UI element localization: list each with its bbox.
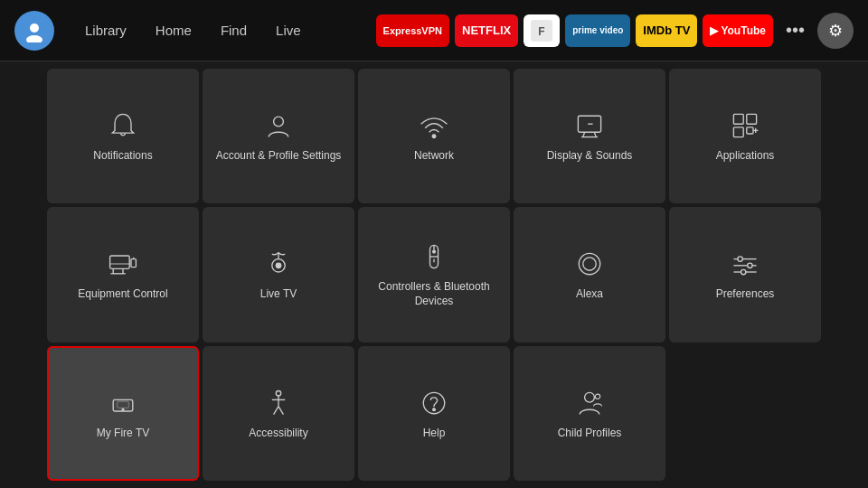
grid-item-live-tv[interactable]: Live TV: [203, 207, 354, 342]
network-label: Network: [414, 149, 454, 164]
app-youtube[interactable]: ▶ YouTube: [703, 14, 773, 47]
app-imdb[interactable]: IMDb TV: [636, 14, 697, 47]
svg-rect-10: [733, 114, 743, 124]
grid-item-my-fire-tv[interactable]: My Fire TV: [47, 346, 199, 481]
svg-line-46: [278, 406, 283, 414]
svg-rect-11: [747, 114, 757, 124]
grid-item-alexa[interactable]: Alexa: [514, 207, 665, 342]
app-expressvpn[interactable]: ExpressVPN: [376, 14, 449, 47]
live-tv-label: Live TV: [260, 287, 297, 302]
svg-point-4: [274, 117, 284, 127]
svg-line-8: [594, 132, 596, 136]
svg-text:F: F: [539, 25, 545, 38]
svg-line-7: [583, 132, 585, 136]
svg-point-31: [579, 253, 599, 274]
svg-point-49: [585, 392, 595, 402]
grid-item-notifications[interactable]: Notifications: [47, 69, 199, 203]
settings-grid: Notifications Account & Profile Settings…: [0, 61, 868, 488]
applications-label: Applications: [716, 149, 775, 164]
child-profiles-label: Child Profiles: [558, 427, 622, 441]
grid-item-preferences[interactable]: Preferences: [669, 207, 821, 342]
grid-item-applications[interactable]: Applications: [669, 69, 821, 203]
avatar[interactable]: [14, 11, 54, 51]
nav-library[interactable]: Library: [72, 17, 139, 43]
svg-rect-12: [733, 127, 743, 137]
svg-point-38: [741, 269, 746, 274]
svg-point-50: [595, 394, 599, 399]
app-icons: ExpressVPN NETFLIX F prime video IMDb TV…: [376, 13, 854, 49]
grid-item-account-profile[interactable]: Account & Profile Settings: [203, 69, 354, 203]
app-netflix[interactable]: NETFLIX: [455, 14, 518, 47]
nav-live[interactable]: Live: [263, 17, 314, 43]
svg-point-1: [26, 35, 42, 42]
notifications-label: Notifications: [93, 149, 152, 164]
svg-line-45: [274, 406, 278, 414]
svg-rect-16: [110, 256, 130, 268]
grid-item-accessibility[interactable]: Accessibility: [203, 346, 354, 481]
top-nav: Library Home Find Live ExpressVPN NETFLI…: [0, 0, 868, 61]
grid-item-network[interactable]: Network: [358, 69, 510, 203]
grid-item-equipment-control[interactable]: Equipment Control: [47, 207, 199, 342]
svg-point-28: [433, 251, 436, 254]
svg-point-41: [122, 408, 124, 410]
svg-point-0: [30, 23, 39, 33]
more-apps-button[interactable]: •••: [778, 16, 812, 44]
nav-find[interactable]: Find: [208, 17, 259, 43]
svg-point-42: [276, 390, 280, 395]
account-label: Account & Profile Settings: [216, 149, 342, 164]
nav-links: Library Home Find Live: [72, 17, 314, 43]
svg-rect-21: [131, 259, 136, 267]
svg-rect-40: [118, 401, 129, 408]
app-prime[interactable]: prime video: [565, 14, 630, 47]
app-fandango[interactable]: F: [524, 14, 560, 47]
grid-item-help[interactable]: Help: [358, 346, 510, 481]
controllers-label: Controllers & Bluetooth Devices: [367, 280, 501, 308]
alexa-label: Alexa: [576, 287, 603, 302]
settings-button[interactable]: ⚙: [817, 13, 854, 49]
grid-item-empty: [669, 346, 821, 481]
grid-item-controllers-bt[interactable]: Controllers & Bluetooth Devices: [358, 207, 510, 342]
svg-point-25: [276, 263, 280, 267]
svg-point-37: [748, 263, 752, 267]
display-sounds-label: Display & Sounds: [547, 149, 633, 164]
preferences-label: Preferences: [716, 287, 775, 302]
accessibility-label: Accessibility: [249, 427, 307, 441]
grid-item-child-profiles[interactable]: Child Profiles: [514, 346, 665, 481]
svg-point-32: [583, 258, 596, 270]
svg-point-48: [433, 408, 436, 410]
nav-home[interactable]: Home: [143, 17, 204, 43]
equipment-label: Equipment Control: [78, 287, 167, 302]
my-fire-tv-label: My Fire TV: [97, 427, 149, 441]
grid-item-display-sounds[interactable]: Display & Sounds: [514, 69, 665, 203]
svg-point-36: [738, 257, 742, 261]
svg-point-5: [432, 135, 436, 138]
svg-rect-13: [747, 127, 753, 134]
help-label: Help: [423, 427, 446, 441]
